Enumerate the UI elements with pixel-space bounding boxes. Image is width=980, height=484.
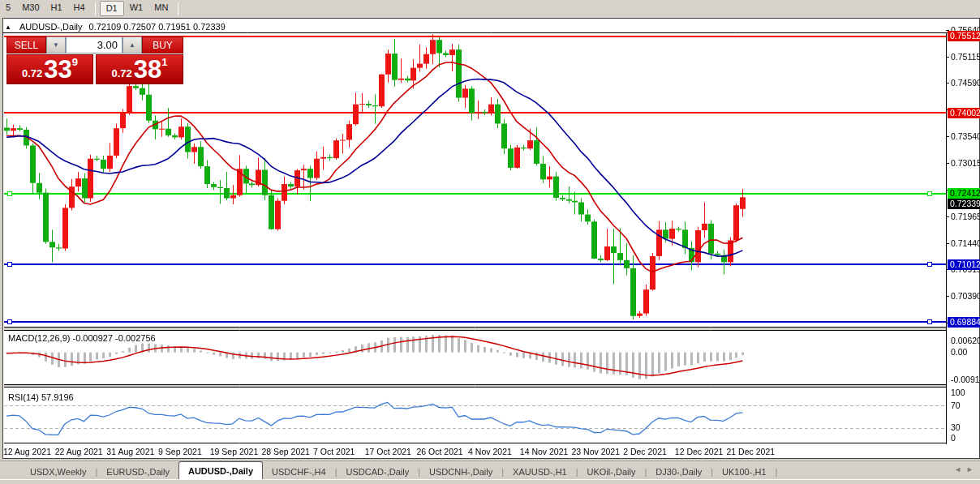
chart-tab-usdchf[interactable]: USDCHF-,H4 [263,464,335,479]
sell-button[interactable]: SELL [6,36,46,54]
tab-scroll-right-icon[interactable]: ► [966,465,974,473]
rsi-axis-label: 0 [951,433,956,443]
date-tick-label: 12 Dec 2021 [675,447,724,456]
tab-scroll-arrows: ◄ ► [954,465,974,473]
timeframe-button-h1[interactable]: H1 [45,1,68,16]
rsi-indicator-label: RSI(14) 57.9196 [8,392,74,402]
chart-tab-usdx[interactable]: USDX,Weekly [21,464,95,479]
price-tick-label: 0.70390 [951,291,980,301]
macd-axis-label: -0.009197 [951,375,980,384]
buy-price-pip: 1 [161,56,167,68]
price-tick-label: 0.71440 [951,238,980,248]
macd-indicator-label: MACD(12,26,9) -0.000927 -0.002756 [8,333,156,343]
price-tick-label: 0.73540 [951,131,980,141]
date-tick-label: 4 Nov 2021 [468,447,512,456]
date-tick-label: 14 Nov 2021 [520,447,569,456]
price-tick-mark [946,163,949,164]
chart-tab-usdcnh[interactable]: USDCNH-,Daily [420,464,501,479]
date-tick-label: 28 Sep 2021 [261,447,310,456]
date-tick-label: 23 Nov 2021 [571,447,620,456]
chart-collapse-icon[interactable]: ▲ [5,24,11,31]
sell-price-prefix: 0.72 [22,67,42,79]
timeframe-button-5[interactable]: 5 [0,1,16,16]
date-tick-label: 2 Dec 2021 [623,447,667,456]
price-tick-label: 0.73015 [951,158,980,168]
timeframe-button-h4[interactable]: H4 [68,1,91,16]
sell-price-display[interactable]: 0.72 33 9 [6,54,93,84]
price-tick-mark [946,136,949,137]
price-tick-label: 0.75115 [951,52,980,62]
status-bar [0,479,980,484]
spin-up-icon: ▲ [129,41,135,49]
price-level-badge: 0.72412 [948,188,980,199]
date-tick-label: 26 Oct 2021 [416,447,462,456]
chart-symbol-title: AUDUSD-,Daily [19,22,83,32]
timeframe-toolbar: 5M30H1H4D1W1MN [0,0,980,17]
one-click-trade-panel: SELL ▼ 3.00 ▲ BUY 0.72 33 9 0.72 38 1 [6,36,183,84]
price-tick-mark [946,83,949,84]
timeframe-button-m30[interactable]: M30 [16,1,45,16]
price-level-badge: 0.71012 [948,259,980,270]
date-tick-label: 12 Aug 2021 [3,447,51,456]
chart-tab-dj30[interactable]: DJ30-,Daily [647,464,711,479]
chart-tab-uk100[interactable]: UK100-,H1 [713,464,775,479]
timeframe-button-w1[interactable]: W1 [124,1,149,16]
chart-tab-bar: USDX,Weekly|EURUSD-,DailyAUDUSD-,DailyUS… [0,460,980,479]
chart-tab-ukoil[interactable]: UKOil-,Daily [578,464,645,479]
price-level-badge: 0.69884 [948,317,980,328]
rsi-axis-label: 30 [951,422,961,432]
macd-axis-label: 0.006201 [951,336,980,345]
macd-axis-label: 0.00 [951,347,967,357]
price-level-badge: 0.74002 [948,108,980,118]
price-tick-label: 0.74590 [951,78,980,88]
chart-title-bar: ▲ AUDUSD-,Daily 0.72109 0.72507 0.71951 … [5,21,226,32]
price-level-badge: 0.72339 [948,199,980,209]
buy-price-display[interactable]: 0.72 38 1 [96,54,183,84]
price-tick-mark [946,243,949,244]
chart-tab-usdcad[interactable]: USDCAD-,Daily [337,464,419,479]
rsi-axis-label: 70 [951,400,961,410]
date-tick-label: 22 Aug 2021 [55,447,103,456]
trading-app-window: 5M30H1H4D1W1MN ▲ AUDUSD-,Daily 0.72109 0… [0,0,980,484]
price-tick-mark [946,216,949,217]
volume-input[interactable]: 3.00 [66,36,122,54]
price-tick-mark [946,296,949,297]
rsi-axis-label: 100 [951,388,965,397]
sell-price-big: 33 [44,57,71,82]
date-tick-label: 21 Dec 2021 [727,447,776,456]
sell-price-pip: 9 [72,56,78,68]
date-tick-label: 31 Aug 2021 [106,447,154,456]
volume-increase-button[interactable]: ▲ [122,36,142,54]
buy-price-big: 38 [134,57,161,82]
tab-separator: | [776,467,778,479]
date-tick-label: 9 Sep 2021 [158,447,202,456]
chart-tab-eurusd[interactable]: EURUSD-,Daily [97,464,178,479]
volume-decrease-button[interactable]: ▼ [46,36,66,54]
buy-price-prefix: 0.72 [111,67,131,79]
timeframe-button-d1[interactable]: D1 [100,1,124,16]
chart-tab-audusd[interactable]: AUDUSD-,Daily [178,461,263,479]
chart-ohlc-values: 0.72109 0.72507 0.71951 0.72339 [89,22,226,32]
chart-tab-xauusd[interactable]: XAUUSD-,H1 [504,464,576,479]
toolbar-separator [95,2,96,15]
price-level-badge: 0.75512 [948,31,980,41]
price-tick-label: 0.71965 [951,212,980,221]
date-tick-label: 17 Oct 2021 [365,447,411,456]
toolbar-separator [178,2,178,15]
date-tick-label: 7 Oct 2021 [313,447,355,456]
tab-scroll-left-icon[interactable]: ◄ [954,465,961,473]
buy-button[interactable]: BUY [142,36,183,54]
price-tick-mark [946,57,949,58]
date-tick-label: 19 Sep 2021 [210,447,259,456]
timeframe-button-mn[interactable]: MN [148,1,174,16]
spin-down-icon: ▼ [53,41,59,49]
